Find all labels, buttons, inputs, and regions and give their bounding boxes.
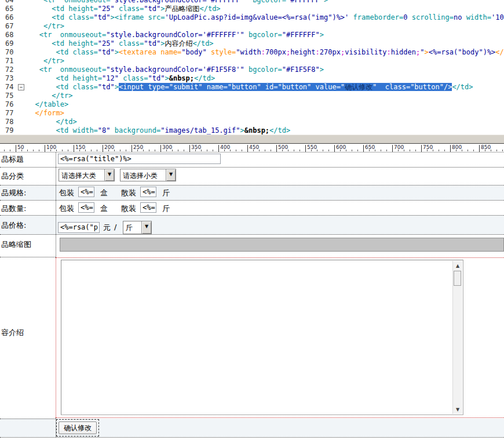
row-separator — [0, 200, 504, 201]
spec-pack-input[interactable]: <%= — [78, 187, 94, 197]
code-line[interactable]: 76 </table> — [0, 100, 504, 109]
scroll-down-icon[interactable]: ▼ — [453, 407, 462, 412]
content-editor-box[interactable]: ▲ ▼ — [61, 260, 463, 415]
code-line[interactable]: 75 </tr> — [0, 92, 504, 100]
spec-bulk-input[interactable]: <%= — [140, 187, 156, 197]
ruler-minor-tick — [68, 150, 68, 151]
ruler-minor-tick — [10, 150, 10, 151]
qty-bulk-input[interactable]: <%= — [140, 202, 156, 213]
code-line[interactable]: 66 <td class="td"><iframe src='UpLoadPic… — [0, 13, 504, 22]
code-line[interactable]: 78 </td> — [0, 118, 504, 126]
fold-collapse-icon[interactable]: − — [18, 84, 24, 90]
ruler-minor-tick — [195, 150, 196, 151]
title-input[interactable]: <%=rsa("title")%> — [58, 154, 221, 164]
ruler-label: 400 — [220, 144, 230, 150]
major-category-select[interactable]: 请选择大类 ▼ — [59, 169, 115, 181]
ruler-minor-tick — [346, 150, 346, 151]
qty-row-label: 品数量: — [1, 203, 26, 214]
confirm-modify-button[interactable]: 确认修改 — [59, 421, 97, 434]
dropdown-button[interactable]: ▼ — [141, 221, 151, 234]
code-line[interactable]: 68 <tr onmouseout="style.backgroundColor… — [0, 31, 504, 39]
ruler-minor-tick — [398, 150, 399, 151]
ruler-minor-tick — [137, 150, 138, 151]
ruler-minor-tick — [4, 150, 5, 151]
ruler-minor-tick — [21, 150, 22, 151]
chevron-down-icon: ▼ — [108, 172, 111, 177]
ruler-minor-tick — [39, 150, 39, 151]
ruler-tick — [103, 145, 103, 152]
code-line[interactable]: 79 <td width="8" background="images/tab_… — [0, 126, 504, 134]
line-number: 72 — [0, 66, 16, 74]
spec-row-label: 品规格: — [1, 188, 26, 198]
code-line[interactable]: 64 <tr onmouseout="style.backgroundColor… — [0, 0, 504, 5]
ruler-minor-tick — [444, 150, 445, 151]
minor-category-value: 请选择小类 — [123, 171, 158, 181]
code-line[interactable]: 73 <td height="12" class="td">&nbsp;</td… — [0, 74, 504, 83]
code-line[interactable]: 72 <tr onmouseout="style.backgroundColor… — [0, 66, 504, 74]
vertical-scrollbar[interactable]: ▲ ▼ — [452, 261, 462, 414]
fold-column — [16, 31, 27, 39]
ruler-minor-tick — [300, 150, 300, 151]
design-view-pane[interactable]: 品标题 <%=rsa("title")%> 品分类 请选择大类 ▼ 请选择小类 … — [0, 152, 504, 440]
line-number: 67 — [0, 22, 16, 31]
ruler-minor-tick — [386, 150, 387, 151]
code-text: </tr> — [27, 22, 64, 30]
scrollbar-thumb[interactable] — [454, 271, 461, 286]
pane-splitter[interactable] — [0, 134, 504, 143]
code-line[interactable]: 77 </form> — [0, 109, 504, 118]
ruler-minor-tick — [328, 150, 329, 151]
line-number: 69 — [0, 39, 16, 48]
price-unit-select[interactable]: 斤 ▼ — [123, 221, 152, 234]
ruler-minor-tick — [155, 150, 155, 151]
code-lines: 64 <tr onmouseout="style.backgroundColor… — [0, 0, 504, 134]
ruler-label: 50 — [17, 144, 24, 150]
scroll-up-icon[interactable]: ▲ — [453, 263, 462, 268]
code-line[interactable]: 71 </tr> — [0, 57, 504, 66]
ruler-minor-tick — [427, 150, 428, 151]
fold-column — [16, 0, 27, 5]
ruler-tick — [450, 145, 451, 152]
code-line[interactable]: 65 <td height="25" class="td">产品略缩图</td> — [0, 5, 504, 13]
ruler-minor-tick — [126, 150, 126, 151]
code-text: <td height="25" class="td">内容介绍</td> — [27, 39, 214, 48]
code-line[interactable]: 67 </tr> — [0, 22, 504, 31]
ruler-minor-tick — [357, 150, 358, 151]
code-line[interactable]: 69 <td height="25" class="td">内容介绍</td> — [0, 39, 504, 48]
form-outline-bottom — [56, 417, 504, 418]
code-line[interactable]: 74− <td class="td"><input type="submit" … — [0, 83, 504, 92]
ruler-minor-tick — [439, 150, 439, 151]
ruler-minor-tick — [410, 150, 410, 151]
code-line[interactable]: 70 <td class="td"><textarea name="body" … — [0, 48, 504, 57]
code-text: <td width="8" background="images/tab_15.… — [27, 126, 290, 134]
upload-iframe-placeholder[interactable] — [60, 238, 504, 252]
price-slash: / — [114, 223, 116, 231]
dropdown-button[interactable]: ▼ — [104, 169, 114, 181]
fold-column — [16, 126, 27, 134]
code-text: <tr onmouseout="style.backgroundColor='#… — [27, 31, 324, 39]
minor-category-select[interactable]: 请选择小类 ▼ — [120, 169, 176, 181]
ruler-tick — [132, 145, 132, 152]
ruler-minor-tick — [108, 150, 109, 151]
ruler-label: 600 — [336, 144, 346, 150]
code-editor-pane[interactable]: 64 <tr onmouseout="style.backgroundColor… — [0, 0, 504, 134]
qty-pack-unit: 盒 — [100, 203, 108, 214]
qty-pack-input[interactable]: <%= — [78, 202, 94, 213]
ruler-minor-tick — [236, 150, 236, 151]
price-input[interactable]: <%=rsa("p — [58, 222, 100, 233]
spec-row-bg — [0, 186, 504, 200]
line-number: 78 — [0, 118, 16, 126]
dropdown-button[interactable]: ▼ — [166, 169, 176, 181]
ruler-minor-tick — [114, 150, 115, 151]
ruler-label: 200 — [104, 144, 114, 150]
title-row-label: 品标题 — [1, 154, 24, 165]
chevron-down-icon: ▼ — [169, 172, 173, 177]
ruler-minor-tick — [462, 150, 462, 151]
form-outline-left — [56, 257, 56, 417]
ruler-tick — [334, 145, 335, 152]
ruler-minor-tick — [253, 150, 254, 151]
row-separator — [0, 419, 56, 419]
qty-bulk-label: 散装 — [121, 203, 136, 214]
ruler-label: 250 — [133, 144, 143, 150]
ruler-label: 800 — [452, 144, 462, 150]
code-text: </table> — [27, 100, 68, 108]
